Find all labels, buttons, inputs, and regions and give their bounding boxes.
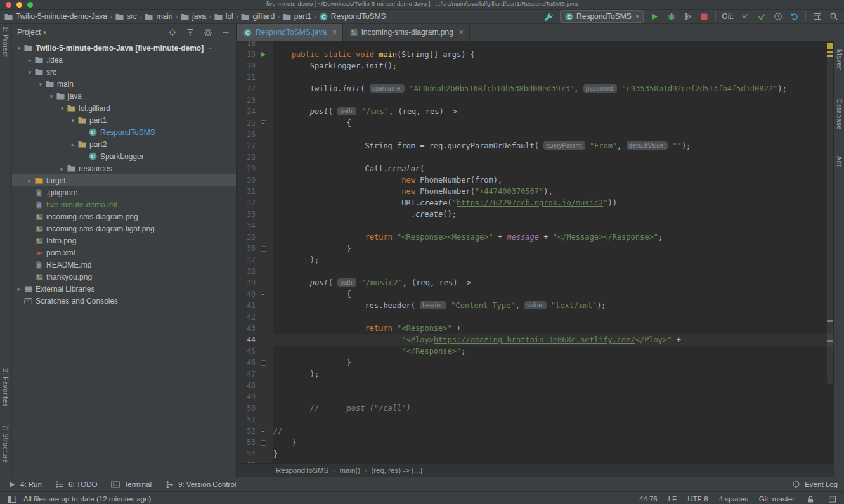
code-line-39[interactable]: 39post( path: "/music2", (req, res) ->	[237, 277, 834, 288]
gear-icon[interactable]	[202, 27, 213, 38]
tree-chevron-closed-icon[interactable]: ▸	[25, 57, 34, 63]
indent-setting[interactable]: 4 spaces	[719, 495, 748, 503]
editor-breadcrumb-respondtosms[interactable]: RespondToSMS	[276, 467, 328, 474]
tree-item-idea[interactable]: ▸.idea	[12, 54, 236, 66]
tree-item-lol-gilliard[interactable]: ▾lol.gilliard	[12, 102, 236, 114]
tool-stripe-ant[interactable]: Ant	[836, 156, 843, 167]
file-encoding[interactable]: UTF-8	[687, 495, 708, 503]
debug-button[interactable]	[666, 11, 677, 22]
tree-chevron-open-icon[interactable]: ▾	[25, 69, 34, 75]
tab-respondtosms-java[interactable]: CRespondToSMS.java×	[237, 24, 343, 41]
nav-breadcrumb-src[interactable]: src	[115, 12, 137, 21]
nav-breadcrumb-main[interactable]: main	[144, 12, 172, 21]
tree-item-resources[interactable]: ▸resources	[12, 162, 236, 174]
code-line-43[interactable]: 43return "<Response>" +	[237, 323, 834, 334]
tool-stripe-maven[interactable]: Maven	[836, 49, 843, 71]
project-view-selector[interactable]: Project ▾	[17, 28, 46, 37]
code-line-22[interactable]: 22Twilio.init( username: "AC0deab2b0b516…	[237, 83, 834, 94]
code-line-26[interactable]: 26	[237, 129, 834, 140]
tree-item-thankyou-png[interactable]: thankyou.png	[12, 271, 236, 283]
code-line-45[interactable]: 45"</Response>";	[237, 346, 834, 357]
tree-chevron-closed-icon[interactable]: ▸	[68, 141, 77, 148]
fold-region-icon[interactable]: −	[261, 440, 266, 446]
tree-chevron-open-icon[interactable]: ▾	[47, 93, 56, 100]
tree-chevron-open-icon[interactable]: ▾	[68, 117, 77, 124]
tree-item-intro-png[interactable]: Intro.png	[12, 235, 236, 247]
code-line-32[interactable]: 32URI.create("https://62297ccb.ngrok.io/…	[237, 197, 834, 209]
code-line-48[interactable]: 48	[237, 380, 834, 391]
scrollbar-thumb[interactable]	[827, 51, 833, 384]
tool-window-button-9-version-control[interactable]: 9: Version Control	[164, 479, 236, 490]
code-line-21[interactable]: 21	[237, 72, 834, 83]
git-branch[interactable]: Git: master	[759, 495, 795, 503]
editor-body[interactable]: 1819public static void main(String[] arg…	[237, 41, 834, 463]
code-line-25[interactable]: 25−{	[237, 117, 834, 129]
nav-breadcrumb-java[interactable]: java	[180, 12, 206, 21]
tree-item-incoming-sms-diagram-png[interactable]: incoming-sms-diagram.png	[12, 210, 236, 223]
git-history-icon[interactable]	[772, 11, 783, 22]
caret-position[interactable]: 44:76	[639, 495, 658, 503]
maximize-window-button[interactable]	[27, 2, 33, 8]
tool-window-button-6-todo[interactable]: 6: TODO	[55, 479, 98, 490]
code-line-38[interactable]: 38	[237, 266, 834, 277]
tree-item-readme-md[interactable]: README.md	[12, 259, 236, 271]
code-line-34[interactable]: 34	[237, 220, 834, 231]
tree-item-gitignore[interactable]: .gitignore	[12, 186, 236, 198]
build-project-icon[interactable]	[543, 11, 554, 22]
tool-window-button-4-run[interactable]: 4: Run	[6, 479, 42, 490]
code-line-28[interactable]: 28	[237, 152, 834, 163]
code-line-31[interactable]: 31new PhoneNumber("+447400370567"),	[237, 186, 834, 197]
tree-item-respondtosms[interactable]: CRespondToSMS	[12, 126, 236, 138]
fold-region-icon[interactable]: −	[261, 120, 266, 126]
run-button[interactable]	[649, 11, 660, 22]
tree-chevron-closed-icon[interactable]: ▸	[58, 165, 67, 172]
hide-panel-icon[interactable]	[220, 27, 231, 38]
code-line-49[interactable]: 49	[237, 391, 834, 403]
code-line-37[interactable]: 37);	[237, 254, 834, 266]
minimize-window-button[interactable]	[16, 2, 22, 8]
tree-item-five-minute-demo-iml[interactable]: five-minute-demo.iml	[12, 198, 236, 210]
fold-region-icon[interactable]: −	[261, 429, 266, 434]
locate-file-icon[interactable]	[167, 27, 178, 38]
code-line-27[interactable]: 27String from = req.queryParamOrDefault(…	[237, 140, 834, 152]
tree-item-java[interactable]: ▾java	[12, 90, 236, 102]
close-tab-icon[interactable]: ×	[459, 29, 464, 36]
tree-item-src[interactable]: ▾src	[12, 66, 236, 78]
run-configuration-select[interactable]: C RespondToSMS ▾	[560, 10, 644, 23]
close-window-button[interactable]	[6, 2, 11, 8]
fold-region-icon[interactable]: −	[261, 292, 266, 297]
nav-breadcrumb-gilliard[interactable]: gilliard	[240, 12, 275, 21]
tool-stripe-structure[interactable]: 7: Structure	[2, 425, 10, 463]
collapse-all-icon[interactable]	[185, 27, 195, 38]
tool-stripe-project[interactable]: 1: Project	[2, 26, 10, 57]
fold-region-icon[interactable]: −	[261, 246, 266, 252]
tool-stripe-database[interactable]: Database	[836, 99, 843, 130]
tree-chevron-open-icon[interactable]: ▾	[58, 105, 67, 112]
restore-layout-icon[interactable]	[812, 11, 822, 22]
tree-chevron-closed-icon[interactable]: ▸	[15, 286, 23, 292]
event-log-button[interactable]: Event Log	[791, 479, 838, 490]
code-line-41[interactable]: 41res.header( header: "Content-Type", va…	[237, 300, 834, 311]
code-line-36[interactable]: 36−}	[237, 243, 834, 254]
fold-region-icon[interactable]: −	[261, 360, 266, 366]
stop-button[interactable]	[699, 11, 710, 22]
run-with-coverage-button[interactable]	[682, 11, 693, 22]
status-widget-icon[interactable]	[827, 494, 838, 504]
tool-stripe-favorites[interactable]: 2: Favorites	[2, 368, 10, 407]
code-line-35[interactable]: 35return "<Response><Message>" + message…	[237, 231, 834, 243]
tree-item-main[interactable]: ▾main	[12, 78, 236, 90]
nav-breadcrumb-part1[interactable]: part1	[282, 12, 311, 21]
code-line-19[interactable]: 19public static void main(String[] args)…	[237, 49, 834, 60]
tree-item-external-libraries[interactable]: ▸External Libraries	[12, 283, 236, 295]
tree-chevron-open-icon[interactable]: ▾	[15, 45, 23, 51]
editor-breadcrumb-req-res[interactable]: (req, res) -> {...}	[371, 467, 422, 474]
nav-breadcrumb-twilio-5-minute-demo-java[interactable]: Twilio-5-minute-demo-Java	[4, 12, 107, 21]
tree-item-sparklogger[interactable]: CSparkLogger	[12, 150, 236, 162]
tree-item-twilio-5-minute-demo-java-five-minute-demo[interactable]: ▾Twilio-5-minute-demo-Java [five-minute-…	[12, 42, 236, 54]
code-line-30[interactable]: 30new PhoneNumber(from),	[237, 174, 834, 186]
toolwindow-toggle-icon[interactable]	[6, 494, 17, 504]
tree-item-pom-xml[interactable]: mpom.xml	[12, 247, 236, 259]
git-update-icon[interactable]	[739, 11, 750, 22]
tree-item-scratches-and-consoles[interactable]: Scratches and Consoles	[12, 295, 236, 307]
git-commit-icon[interactable]	[756, 11, 767, 22]
